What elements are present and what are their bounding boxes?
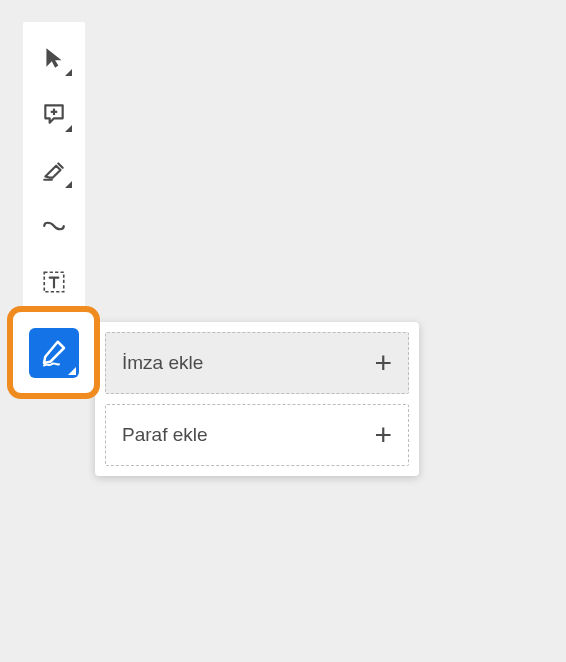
add-signature-option[interactable]: İmza ekle + (105, 332, 409, 394)
cursor-icon (41, 45, 67, 71)
highlighter-icon (41, 157, 67, 183)
vertical-toolbar (23, 22, 85, 318)
plus-icon: + (374, 348, 392, 378)
expand-corner-icon (65, 181, 72, 188)
select-tool[interactable] (30, 34, 78, 82)
pen-sign-icon (39, 338, 69, 368)
sign-popover: İmza ekle + Paraf ekle + (95, 322, 419, 476)
option-label: Paraf ekle (122, 424, 208, 446)
draw-tool[interactable] (30, 202, 78, 250)
expand-corner-icon (68, 367, 76, 375)
freehand-icon (41, 213, 67, 239)
add-initials-option[interactable]: Paraf ekle + (105, 404, 409, 466)
plus-icon: + (374, 420, 392, 450)
text-select-icon (41, 269, 67, 295)
highlight-tool[interactable] (30, 146, 78, 194)
sign-tool-highlight (7, 306, 100, 399)
sign-tool[interactable] (29, 328, 79, 378)
expand-corner-icon (65, 69, 72, 76)
option-label: İmza ekle (122, 352, 203, 374)
text-select-tool[interactable] (30, 258, 78, 306)
comment-icon (41, 101, 67, 127)
expand-corner-icon (65, 125, 72, 132)
comment-tool[interactable] (30, 90, 78, 138)
